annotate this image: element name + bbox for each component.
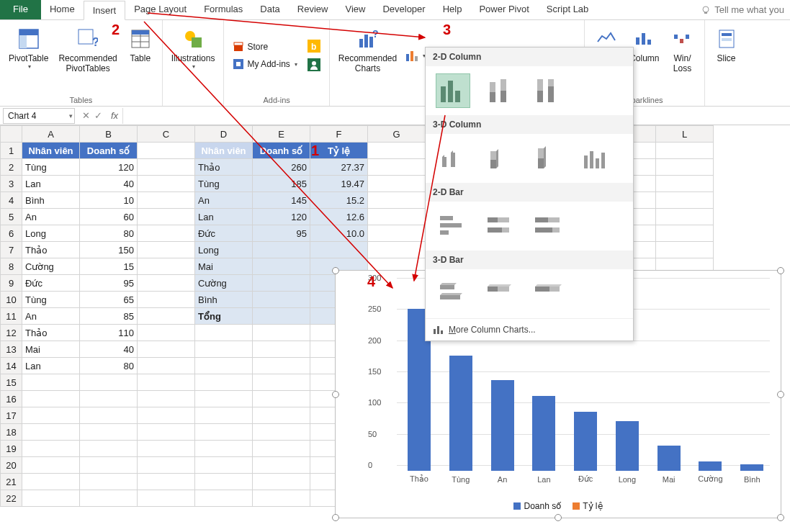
- cell[interactable]: [368, 176, 426, 192]
- cell[interactable]: [253, 258, 310, 275]
- cell[interactable]: [138, 258, 195, 275]
- cell[interactable]: Lan: [22, 176, 80, 192]
- cell[interactable]: [253, 358, 310, 374]
- cell[interactable]: [138, 275, 195, 292]
- row-header[interactable]: 19: [1, 441, 22, 457]
- cell[interactable]: Tùng: [195, 176, 253, 192]
- cell[interactable]: An: [22, 209, 80, 225]
- cell[interactable]: 80: [80, 358, 138, 374]
- bing-maps-button[interactable]: b: [305, 38, 323, 54]
- cell[interactable]: [138, 225, 195, 242]
- column-header[interactable]: L: [656, 126, 714, 143]
- cell[interactable]: [138, 441, 195, 457]
- cell[interactable]: [253, 490, 310, 507]
- 3d-column-option[interactable]: [578, 141, 613, 176]
- cell[interactable]: [656, 192, 714, 209]
- row-header[interactable]: 14: [1, 358, 22, 374]
- cell[interactable]: Nhân viên: [195, 143, 253, 159]
- row-header[interactable]: 22: [1, 490, 22, 507]
- cell[interactable]: [253, 457, 310, 474]
- cell[interactable]: Bình: [22, 192, 80, 209]
- cell[interactable]: [138, 391, 195, 407]
- row-header[interactable]: 3: [1, 176, 22, 192]
- cell[interactable]: [368, 192, 426, 209]
- cell[interactable]: [253, 407, 310, 424]
- 100-stacked-bar-option[interactable]: [531, 209, 565, 243]
- recommended-pivottables-button[interactable]: ? Recommended PivotTables: [55, 23, 120, 75]
- pivottable-button[interactable]: PivotTable▾: [6, 23, 51, 71]
- cell[interactable]: Thảo: [22, 325, 80, 341]
- more-column-charts-button[interactable]: More Column Charts...: [426, 318, 633, 341]
- tab-script-lab[interactable]: Script Lab: [538, 0, 598, 19]
- cell[interactable]: [656, 242, 714, 258]
- tell-me-search[interactable]: Tell me what you: [695, 0, 790, 19]
- cell[interactable]: [195, 341, 253, 358]
- cell[interactable]: [22, 441, 80, 457]
- cell[interactable]: [22, 474, 80, 490]
- cell[interactable]: [656, 225, 714, 242]
- cell[interactable]: [80, 441, 138, 457]
- cell[interactable]: [80, 374, 138, 391]
- cell[interactable]: Đức: [195, 225, 253, 242]
- column-header[interactable]: E: [253, 126, 310, 143]
- sparkline-winloss-button[interactable]: Win/ Loss: [667, 23, 699, 75]
- cell[interactable]: Thảo: [22, 242, 80, 258]
- cell[interactable]: 27.37: [310, 159, 368, 176]
- cell[interactable]: [368, 159, 426, 176]
- cell[interactable]: [253, 441, 310, 457]
- cell[interactable]: [138, 176, 195, 192]
- cell[interactable]: An: [195, 192, 253, 209]
- recommended-charts-button[interactable]: ? Recommended Charts: [336, 23, 400, 75]
- cell[interactable]: [22, 391, 80, 407]
- cell[interactable]: 150: [80, 242, 138, 258]
- row-header[interactable]: 13: [1, 341, 22, 358]
- 3d-stacked-column-option[interactable]: [483, 141, 518, 176]
- store-button[interactable]: Store: [230, 40, 300, 54]
- cell[interactable]: 15: [80, 258, 138, 275]
- cell[interactable]: [656, 143, 714, 159]
- table-button[interactable]: Table: [125, 23, 156, 65]
- row-header[interactable]: 16: [1, 391, 22, 407]
- row-header[interactable]: 10: [1, 292, 22, 308]
- cell[interactable]: [138, 407, 195, 424]
- cell[interactable]: [138, 242, 195, 258]
- cell[interactable]: An: [22, 308, 80, 325]
- cell[interactable]: [22, 457, 80, 474]
- 3d-stacked-bar-option[interactable]: [483, 276, 518, 311]
- cell[interactable]: 65: [80, 292, 138, 308]
- cell[interactable]: [138, 292, 195, 308]
- 3d-100-stacked-column-option[interactable]: [531, 141, 565, 176]
- row-header[interactable]: 21: [1, 474, 22, 490]
- cell[interactable]: [138, 192, 195, 209]
- cell[interactable]: Tỷ lệ: [310, 143, 368, 159]
- cell[interactable]: [253, 424, 310, 441]
- cell[interactable]: [368, 225, 426, 242]
- row-header[interactable]: 6: [1, 225, 22, 242]
- column-header[interactable]: F: [310, 126, 368, 143]
- tab-power-pivot[interactable]: Power Pivot: [470, 0, 537, 19]
- cell[interactable]: Lan: [22, 358, 80, 374]
- enter-formula-icon[interactable]: ✓: [94, 110, 102, 121]
- cell[interactable]: [138, 457, 195, 474]
- cell[interactable]: 110: [80, 325, 138, 341]
- my-addins-button[interactable]: My Add-ins▾: [230, 57, 300, 71]
- cell[interactable]: [195, 490, 253, 507]
- row-header[interactable]: 4: [1, 192, 22, 209]
- row-header[interactable]: 20: [1, 457, 22, 474]
- cell[interactable]: [80, 391, 138, 407]
- cell[interactable]: [22, 374, 80, 391]
- cell[interactable]: 60: [80, 209, 138, 225]
- cell[interactable]: 40: [80, 176, 138, 192]
- tab-insert[interactable]: Insert: [84, 1, 126, 20]
- cell[interactable]: [138, 374, 195, 391]
- cell[interactable]: [138, 143, 195, 159]
- cell[interactable]: [80, 424, 138, 441]
- cell[interactable]: [138, 325, 195, 341]
- cell[interactable]: 85: [80, 308, 138, 325]
- cell[interactable]: [138, 358, 195, 374]
- row-header[interactable]: 2: [1, 159, 22, 176]
- 3d-clustered-column-option[interactable]: [436, 141, 470, 176]
- cell[interactable]: [253, 275, 310, 292]
- row-header[interactable]: 7: [1, 242, 22, 258]
- cell[interactable]: [80, 490, 138, 507]
